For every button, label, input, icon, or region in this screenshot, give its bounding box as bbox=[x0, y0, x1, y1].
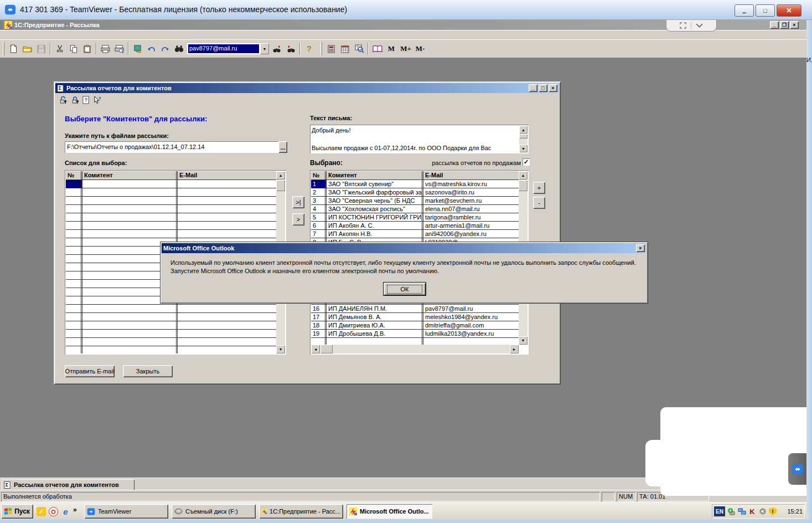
table-cell[interactable]: 6 bbox=[311, 222, 327, 229]
redo-icon[interactable] bbox=[158, 42, 172, 55]
table-row[interactable] bbox=[66, 180, 276, 188]
remove-button[interactable]: - bbox=[533, 197, 545, 209]
scroll-down-icon[interactable]: ▼ bbox=[519, 145, 527, 152]
scroll-left-icon[interactable]: ◄ bbox=[311, 345, 320, 353]
save-icon[interactable] bbox=[34, 42, 48, 55]
table-row[interactable]: 18ИП Дмитриева Ю.А.dmitrieffa@gmail.com bbox=[311, 321, 519, 330]
table-cell[interactable]: ЗАО "Вятский сувенир" bbox=[327, 180, 423, 188]
table-cell[interactable]: vs@matreshka.kirov.ru bbox=[423, 180, 519, 188]
quicklaunch-opera-icon[interactable]: O bbox=[49, 507, 58, 516]
table-cell[interactable]: 7 bbox=[311, 230, 327, 238]
letter-textarea[interactable]: Добрый день! Высылаем продажи с 01-07,12… bbox=[310, 125, 529, 153]
table-cell[interactable] bbox=[66, 222, 82, 229]
table-cell[interactable]: 2 bbox=[311, 188, 327, 196]
unlock-icon[interactable] bbox=[59, 96, 68, 104]
table-cell[interactable] bbox=[178, 213, 276, 221]
table-cell[interactable]: ЗАО "Северная чернь" (Б НДС bbox=[327, 197, 423, 204]
table-cell[interactable] bbox=[66, 271, 82, 279]
table-row[interactable] bbox=[66, 188, 276, 197]
table-cell[interactable] bbox=[178, 205, 276, 213]
security-shield-icon[interactable]: ! bbox=[769, 507, 777, 516]
sales-report-checkbox[interactable] bbox=[523, 158, 530, 166]
column-header[interactable]: Комитент bbox=[82, 171, 178, 180]
send-email-button[interactable]: Отправить E-mail bbox=[65, 365, 115, 377]
letter-vscrollbar[interactable]: ▲ ▼ bbox=[519, 126, 527, 152]
table-cell[interactable] bbox=[66, 330, 82, 337]
copy-icon[interactable] bbox=[66, 42, 80, 55]
scroll-down-icon[interactable]: ▼ bbox=[276, 345, 285, 353]
table-cell[interactable]: ИП Демьянов В. А. bbox=[327, 313, 423, 321]
table-cell[interactable]: 1 bbox=[311, 180, 327, 188]
scrollbar-thumb[interactable] bbox=[519, 134, 527, 139]
table-cell[interactable] bbox=[82, 213, 178, 221]
table-cell[interactable]: ИП Акобян А. С. bbox=[327, 222, 423, 229]
table-cell[interactable] bbox=[66, 247, 82, 254]
scroll-right-icon[interactable]: ► bbox=[510, 345, 519, 353]
table-row[interactable] bbox=[66, 313, 276, 321]
table-row[interactable] bbox=[66, 213, 276, 222]
table-cell[interactable] bbox=[82, 230, 178, 238]
cut-icon[interactable] bbox=[53, 42, 66, 55]
table-cell[interactable] bbox=[82, 197, 178, 204]
column-header[interactable]: E-Mail bbox=[423, 171, 519, 180]
outlook-close-button[interactable]: × bbox=[636, 244, 645, 252]
undo-icon[interactable] bbox=[144, 42, 158, 55]
quicklaunch-ie-icon[interactable]: e bbox=[61, 507, 70, 516]
scroll-up-icon[interactable]: ▲ bbox=[519, 126, 527, 134]
table-row[interactable]: 5ИП КОСТЮНИН ГРИГОРИЙ ГРИtarigona@ramble… bbox=[311, 213, 519, 222]
table-cell[interactable] bbox=[178, 338, 276, 346]
table-cell[interactable]: elena.nn07@mail.ru bbox=[423, 205, 519, 213]
table-row[interactable] bbox=[66, 330, 276, 338]
table-cell[interactable] bbox=[66, 180, 82, 188]
browse-button[interactable]: ... bbox=[278, 141, 287, 153]
table-row[interactable] bbox=[66, 338, 276, 346]
memory-add-button[interactable]: M+ bbox=[399, 43, 413, 55]
find-icon[interactable] bbox=[172, 42, 186, 55]
paste-icon[interactable] bbox=[80, 42, 94, 55]
table-row[interactable]: 7ИП Акопян Н.В.ani942006@yandex.ru bbox=[311, 230, 519, 238]
table-cell[interactable] bbox=[178, 346, 276, 353]
table-row[interactable] bbox=[66, 230, 276, 238]
print-preview-icon[interactable] bbox=[112, 42, 126, 55]
table-cell[interactable]: ЗАО "Хохломская роспись" bbox=[327, 205, 423, 213]
table-cell[interactable] bbox=[66, 197, 82, 204]
table-cell[interactable] bbox=[311, 338, 327, 345]
table-cell[interactable] bbox=[178, 305, 276, 312]
table-row[interactable]: 3ЗАО "Северная чернь" (Б НДСmarket@sevch… bbox=[311, 197, 519, 205]
kaspersky-icon[interactable]: K bbox=[748, 507, 757, 516]
table-row[interactable] bbox=[66, 305, 276, 313]
table-cell[interactable] bbox=[66, 238, 82, 246]
scroll-down-icon[interactable]: ▼ bbox=[519, 336, 527, 345]
app-minimize-button[interactable]: _ bbox=[770, 21, 779, 29]
chevron-down-icon[interactable] bbox=[696, 23, 703, 28]
table-cell[interactable] bbox=[66, 188, 82, 196]
table-cell[interactable] bbox=[178, 321, 276, 329]
table-cell[interactable]: sazonova@irito.ru bbox=[423, 188, 519, 196]
table-row[interactable]: 2ЗАО "Гжельский фарфоровый заsazonova@ir… bbox=[311, 188, 519, 197]
table-cell[interactable]: ИП Акопян Н.В. bbox=[327, 230, 423, 238]
ok-button[interactable]: ОК bbox=[383, 282, 426, 296]
table-cell[interactable]: ИП ДАНИЕЛЯН П.М. bbox=[327, 305, 423, 312]
maximize-button[interactable] bbox=[756, 4, 775, 17]
table-cell[interactable]: ani942006@yandex.ru bbox=[423, 230, 519, 238]
exit-icon[interactable] bbox=[131, 42, 144, 55]
scrollbar-thumb[interactable] bbox=[320, 345, 333, 353]
table-cell[interactable] bbox=[82, 321, 178, 329]
memory-subtract-button[interactable]: M- bbox=[413, 43, 427, 55]
taskbar-button-1c[interactable]: 1С:Предприятие - Расс... bbox=[259, 504, 343, 519]
help-icon[interactable]: ? bbox=[302, 42, 316, 55]
help-doc-icon[interactable]: ? bbox=[82, 96, 90, 104]
start-button[interactable]: Пуск bbox=[1, 504, 33, 519]
column-header[interactable]: № bbox=[311, 171, 327, 180]
table-cell[interactable]: dmitrieffa@gmail.com bbox=[423, 321, 519, 329]
print-icon[interactable] bbox=[99, 42, 112, 55]
table-cell[interactable] bbox=[66, 255, 82, 263]
table-cell[interactable] bbox=[178, 180, 276, 188]
table-row[interactable] bbox=[66, 205, 276, 213]
safely-remove-icon[interactable] bbox=[727, 507, 736, 516]
calendar-icon[interactable] bbox=[338, 42, 352, 55]
table-cell[interactable] bbox=[82, 222, 178, 229]
move-one-button[interactable]: > bbox=[292, 213, 304, 225]
table-cell[interactable] bbox=[82, 346, 178, 353]
add-button[interactable]: + bbox=[533, 182, 545, 194]
